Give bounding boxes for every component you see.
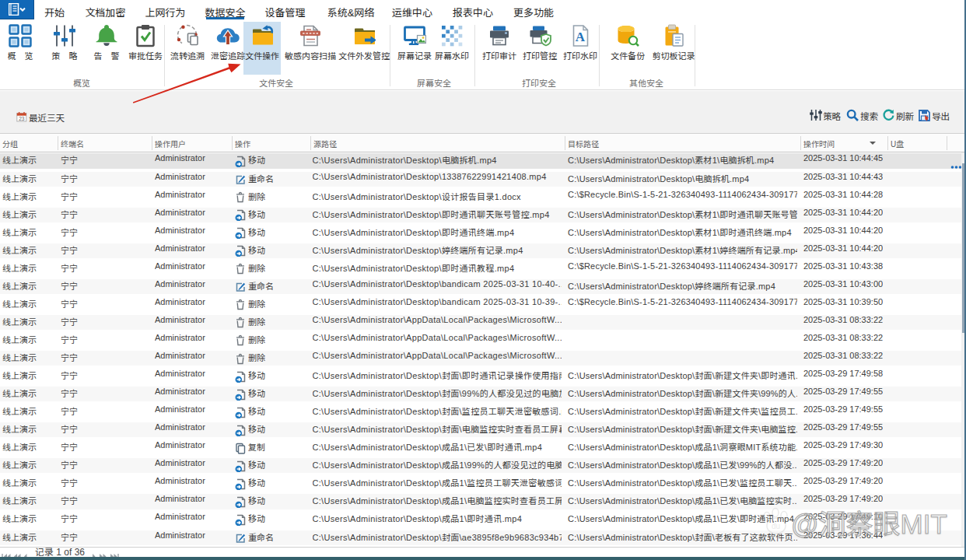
- svg-text:A: A: [576, 30, 586, 44]
- svg-text:23: 23: [19, 116, 25, 121]
- svg-text:du: du: [772, 522, 780, 530]
